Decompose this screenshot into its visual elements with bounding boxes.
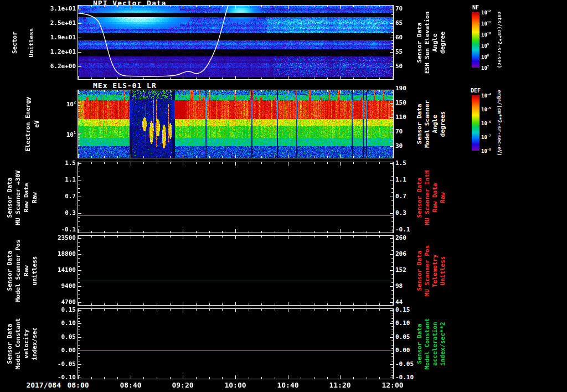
axis-tick-label: -0.05: [395, 361, 414, 368]
npi-spectrogram-plot[interactable]: [78, 5, 394, 80]
els-spectrogram-plot[interactable]: [78, 90, 394, 158]
x-axis-tick: [157, 377, 157, 379]
y-axis-tick: [390, 132, 393, 132]
y-axis-tick: [391, 40, 393, 41]
y-axis-tick: [78, 217, 80, 218]
x-axis-tick: [275, 6, 275, 7]
x-axis-tick: [222, 377, 223, 379]
x-axis-tick: [367, 90, 367, 92]
x-axis-tick: [340, 236, 341, 239]
axis-tick-label: 1.5: [395, 160, 406, 167]
y-axis-tick: [391, 12, 393, 12]
y-axis-tick: [391, 121, 393, 122]
x-axis-tick: [222, 156, 223, 158]
y-axis-tick: [390, 163, 393, 164]
y-axis-tick: [391, 359, 393, 359]
y-axis-tick: [78, 348, 80, 349]
x-axis-tick: [288, 90, 288, 94]
x-axis-tick: [288, 375, 288, 379]
x-axis-tick: [249, 156, 249, 158]
x-axis-tick: [209, 6, 210, 7]
x-axis-tick: [249, 90, 249, 92]
axis-title-line: MU Scanner +30V: [14, 170, 22, 225]
x-axis-tick: [327, 236, 328, 238]
x-axis-tick: [196, 309, 197, 311]
y-axis-tick: [391, 168, 393, 168]
x-axis-tick: [288, 229, 288, 233]
y-axis-tick: [391, 99, 393, 100]
x-axis-tick: [301, 6, 301, 7]
y-axis-tick: [390, 238, 393, 239]
colorbar-tick-label: 10-4: [481, 92, 491, 99]
x-axis-tick: [275, 162, 275, 164]
axis-title-line: MU Scanner IntH: [424, 170, 431, 225]
model-constant-velocity-plot[interactable]: [78, 308, 394, 379]
y-axis-tick: [390, 197, 393, 197]
colorbar-tick-label: 1011: [481, 20, 491, 27]
y-axis-tick: [78, 329, 80, 329]
y-axis-tick: [390, 52, 393, 53]
y-axis-tick: [78, 340, 80, 341]
x-axis-tick: [275, 156, 275, 158]
colorbar-tick-label: 1010: [481, 32, 491, 38]
x-axis-tick: [275, 90, 275, 92]
x-axis-tick: [353, 162, 354, 164]
x-axis-tick: [91, 90, 92, 92]
axis-title-line: index/sec**2: [439, 322, 446, 365]
y-axis-tick: [78, 343, 80, 343]
x-axis-tick: [314, 156, 315, 158]
x-axis-tick: [143, 309, 144, 311]
y-axis-tick: [391, 316, 393, 316]
x-axis-tick: [196, 377, 197, 379]
x-axis-tick: [143, 78, 144, 79]
axis-title-line: Sensor Data: [416, 178, 423, 218]
x-axis-tick: [353, 377, 354, 379]
x-axis-tick: [379, 78, 380, 79]
x-axis-tick: [117, 162, 118, 164]
y-axis-tick: [78, 154, 80, 154]
x-axis-tick: [170, 90, 171, 92]
axis-title-line: Electron Energy: [24, 96, 32, 151]
y-axis-tick: [78, 105, 80, 106]
y-axis-tick: [391, 329, 393, 329]
mu-scanner-30v-plot[interactable]: [78, 162, 394, 233]
axis-tick-label: 70: [395, 6, 403, 12]
x-axis-tick: [367, 162, 367, 164]
axis-tick-label: 0.05: [395, 334, 410, 341]
y-axis-tick: [390, 180, 393, 180]
x-axis-tick: [196, 78, 197, 79]
x-axis-tick: [301, 377, 301, 379]
y-axis-tick: [78, 295, 80, 295]
x-axis-tick: [367, 236, 367, 238]
y-axis-tick: [78, 362, 80, 362]
axis-tick-label: 152: [395, 267, 406, 274]
y-axis-tick: [391, 332, 393, 332]
time-axis-label: 09:20: [172, 381, 193, 389]
x-axis-tick: [222, 231, 223, 233]
axis-title-line: Model Constant: [14, 318, 22, 370]
y-axis-tick: [78, 184, 80, 184]
y-axis-tick: [78, 205, 80, 205]
axis-tick-label: 23500: [39, 235, 76, 241]
y-axis-tick: [391, 217, 393, 218]
y-axis-tick: [78, 104, 80, 104]
x-axis-tick: [209, 162, 210, 164]
y-axis-tick: [391, 114, 393, 115]
x-axis-tick: [78, 236, 79, 239]
y-axis-tick: [391, 172, 393, 172]
x-axis-tick: [222, 78, 223, 79]
y-axis-tick: [78, 109, 80, 110]
x-axis-tick: [157, 6, 157, 7]
x-axis-tick: [78, 309, 79, 312]
model-scanner-pos-plot[interactable]: [78, 235, 394, 306]
x-axis-tick: [196, 303, 197, 305]
axis-title-line: Angle: [431, 115, 439, 133]
axis-title-line: Raw Data: [23, 183, 30, 213]
x-axis-tick: [379, 303, 380, 305]
axis-title-line: Sensor Data: [416, 23, 423, 63]
y-axis-tick: [78, 337, 81, 338]
y-axis-tick: [78, 176, 80, 177]
y-axis-tick: [78, 359, 80, 359]
y-axis-tick: [391, 184, 393, 184]
data-series-line: [78, 350, 393, 351]
